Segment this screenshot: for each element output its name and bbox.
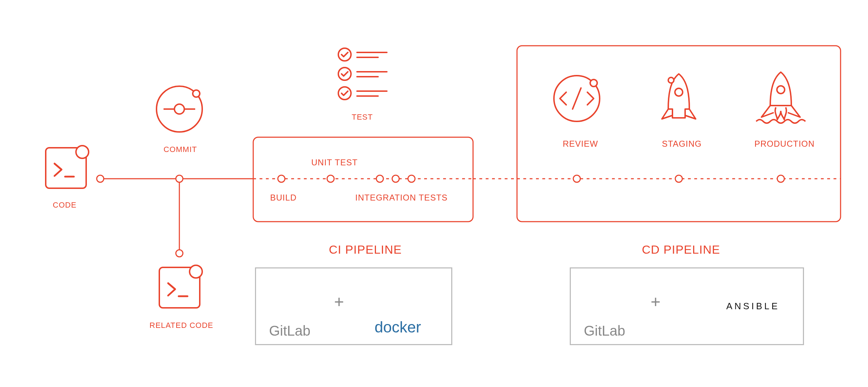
svg-point-11 — [327, 175, 334, 182]
svg-point-22 — [193, 90, 200, 97]
svg-point-43 — [777, 86, 785, 94]
docker-label: docker — [375, 318, 421, 336]
svg-point-41 — [675, 88, 683, 96]
svg-point-32 — [338, 68, 351, 80]
cd-pipeline-title: CD PIPELINE — [642, 243, 720, 256]
svg-point-19 — [76, 146, 89, 158]
cd-plus: + — [651, 292, 660, 311]
svg-point-14 — [408, 175, 415, 182]
staging-label: STAGING — [662, 139, 702, 149]
related-code-label: RELATED CODE — [149, 321, 213, 330]
svg-rect-5 — [253, 137, 473, 222]
svg-point-35 — [338, 87, 351, 100]
svg-point-39 — [590, 80, 597, 87]
review-icon — [554, 76, 600, 121]
svg-point-29 — [338, 48, 351, 61]
svg-point-15 — [573, 175, 580, 182]
review-label: REVIEW — [563, 139, 598, 149]
svg-point-27 — [190, 265, 202, 278]
svg-point-13 — [392, 175, 399, 182]
build-label: BUILD — [270, 193, 297, 203]
code-icon — [46, 146, 89, 188]
gitlab-ci-label: GitLab — [269, 323, 311, 339]
production-icon — [756, 72, 805, 123]
svg-rect-8 — [517, 46, 841, 222]
svg-point-4 — [176, 250, 183, 257]
unit-test-label: UNIT TEST — [311, 158, 358, 167]
svg-point-10 — [278, 175, 285, 182]
svg-point-1 — [97, 175, 104, 182]
production-label: PRODUCTION — [754, 139, 815, 149]
svg-point-16 — [675, 175, 682, 182]
related-code-icon — [159, 265, 202, 308]
svg-point-17 — [777, 175, 784, 182]
gitlab-cd-label: GitLab — [584, 323, 625, 339]
code-label: CODE — [53, 201, 77, 210]
svg-point-12 — [376, 175, 383, 182]
ansible-label: ANSIBLE — [726, 301, 780, 312]
ci-plus: + — [334, 292, 344, 311]
svg-point-23 — [174, 104, 184, 114]
svg-point-3 — [176, 175, 183, 182]
ci-pipeline-title: CI PIPELINE — [329, 243, 402, 256]
diagram-canvas: CODE COMMIT RELATED CODE TEST BUILD UNIT… — [0, 0, 868, 387]
staging-icon — [662, 74, 696, 119]
test-label: TEST — [352, 113, 373, 122]
svg-line-40 — [573, 88, 581, 109]
svg-point-42 — [668, 77, 674, 83]
commit-icon — [157, 86, 202, 132]
integration-tests-label: INTEGRATION TESTS — [355, 193, 448, 203]
test-icon — [338, 48, 387, 100]
commit-label: COMMIT — [164, 145, 197, 154]
